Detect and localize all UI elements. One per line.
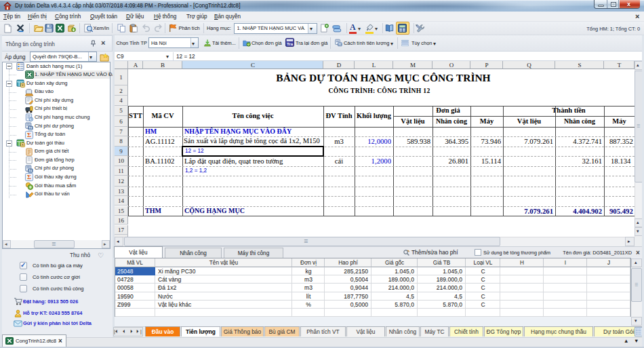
svg-text:123: 123 [338, 43, 342, 46]
svg-text:123: 123 [28, 169, 33, 172]
svg-text:Σ: Σ [27, 174, 31, 181]
svg-text:123: 123 [28, 126, 33, 130]
svg-text:Σ: Σ [27, 132, 31, 138]
svg-text:Tra: Tra [287, 42, 294, 46]
